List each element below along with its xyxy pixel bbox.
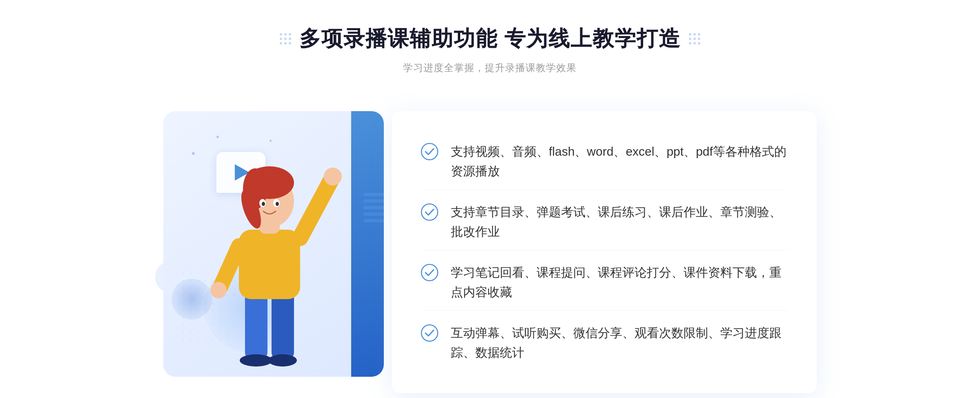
header-dots-left (280, 33, 291, 45)
svg-point-18 (421, 143, 438, 160)
svg-point-7 (324, 168, 342, 186)
check-icon-3 (421, 264, 439, 282)
svg-point-19 (421, 204, 438, 220)
page-wrapper: 多项录播课辅助功能 专为线上教学打造 学习进度全掌握，提升录播课教学效果 » (0, 0, 980, 398)
feature-text-2: 支持章节目录、弹题考试、课后练习、课后作业、章节测验、批改作业 (451, 202, 788, 241)
svg-point-8 (210, 282, 227, 298)
header-section: 多项录播课辅助功能 专为线上教学打造 学习进度全掌握，提升录播课教学效果 (280, 25, 700, 74)
person-figure (196, 148, 343, 377)
svg-line-5 (300, 181, 331, 238)
feature-text-1: 支持视频、音频、flash、word、excel、ppt、pdf等各种格式的资源… (451, 142, 788, 181)
svg-point-2 (240, 354, 272, 367)
illustration-card (163, 111, 384, 377)
svg-line-6 (220, 246, 239, 287)
check-icon-1 (421, 143, 439, 161)
illustration-area (163, 99, 400, 393)
main-title: 多项录播课辅助功能 专为线上教学打造 (299, 25, 681, 53)
check-icon-4 (421, 324, 439, 342)
feature-text-4: 互动弹幕、试听购买、微信分享、观看次数限制、学习进度跟踪、数据统计 (451, 323, 788, 362)
check-icon-2 (421, 203, 439, 221)
features-card: 支持视频、音频、flash、word、excel、ppt、pdf等各种格式的资源… (392, 111, 817, 393)
feature-item-2: 支持章节目录、弹题考试、课后练习、课后作业、章节测验、批改作业 (421, 194, 788, 250)
svg-point-21 (421, 325, 438, 341)
header-title-row: 多项录播课辅助功能 专为线上教学打造 (280, 25, 700, 53)
feature-item-4: 互动弹幕、试听购买、微信分享、观看次数限制、学习进度跟踪、数据统计 (421, 315, 788, 371)
svg-point-17 (276, 202, 279, 206)
svg-point-16 (262, 202, 265, 206)
header-dots-right (689, 33, 700, 45)
blue-bar (351, 111, 384, 377)
svg-point-3 (268, 354, 297, 367)
subtitle: 学习进度全掌握，提升录播课教学效果 (280, 61, 700, 74)
svg-rect-4 (239, 230, 300, 299)
feature-item-3: 学习笔记回看、课程提问、课程评论打分、课件资料下载，重点内容收藏 (421, 255, 788, 311)
content-area: » (163, 99, 817, 393)
stripe-deco (363, 193, 384, 242)
feature-item-1: 支持视频、音频、flash、word、excel、ppt、pdf等各种格式的资源… (421, 134, 788, 190)
svg-point-20 (421, 264, 438, 281)
feature-text-3: 学习笔记回看、课程提问、课程评论打分、课件资料下载，重点内容收藏 (451, 263, 788, 302)
